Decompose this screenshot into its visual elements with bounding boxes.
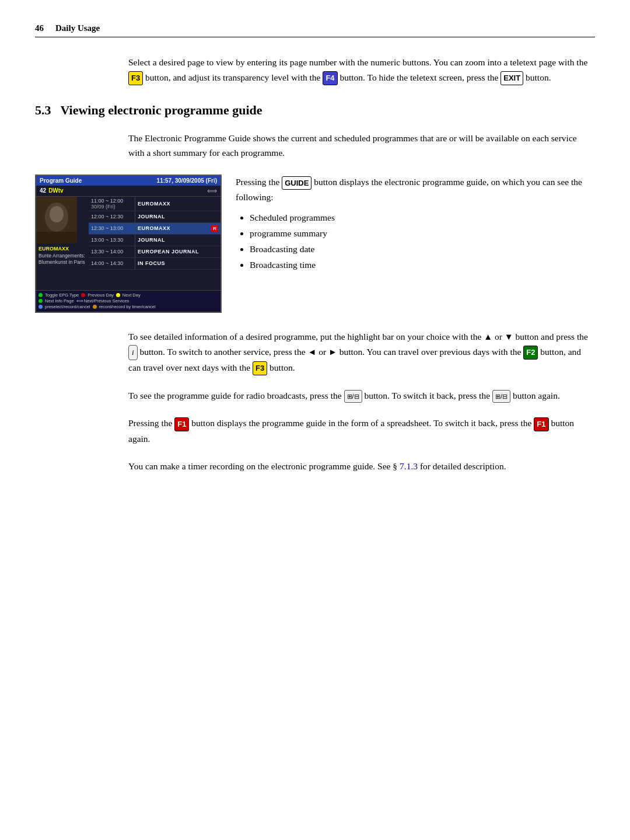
epg-rec-icon: R: [211, 225, 218, 232]
tv-radio-button-2: ⊞/⊟: [492, 390, 510, 403]
para1-text5: or: [316, 347, 328, 357]
bullet-item-3: Broadcasting date: [250, 242, 595, 256]
epg-screenshot: Program Guide 11:57, 30/09/2005 (Fri) 42…: [35, 175, 222, 313]
bullet-item-2: programme summary: [250, 226, 595, 240]
epg-title-right: 11:57, 30/09/2005 (Fri): [157, 177, 217, 184]
down-arrow: ▼: [505, 332, 513, 341]
epg-time: 13:00 ~ 13:30: [89, 235, 135, 246]
epg-footer-text-5: ⟺ Next/Previous Services: [76, 298, 130, 304]
epg-schedule-row: 13:30 ~ 14:00 EUROPEAN JOURNAL: [89, 246, 220, 258]
para1-text1: To see detailed information of a desired…: [128, 332, 484, 341]
epg-left-panel: EUROMAXX Bunte Arrangements:Blumenkunst …: [36, 197, 89, 290]
body-paragraph-4: You can make a timer recording on the el…: [128, 459, 595, 474]
left-arrow: ◄: [307, 347, 316, 357]
body-paragraph-2: To see the programme guide for radio bro…: [128, 388, 595, 403]
right-arrow: ►: [328, 347, 337, 357]
epg-footer-line-1: Toggle EPG Type Previous Day Next Day: [38, 292, 218, 298]
section-number: 5.3: [35, 103, 51, 117]
epg-prog-name: IN FOCUS: [138, 260, 165, 266]
intro-text-4: button.: [523, 72, 551, 82]
epg-right-paragraph: Pressing the GUIDE button displays the e…: [236, 175, 595, 205]
epg-intro-text: The Electronic Programme Guide shows the…: [128, 133, 577, 158]
epg-dot-green: [38, 293, 43, 297]
epg-schedule-row: 13:00 ~ 13:30 JOURNAL: [89, 235, 220, 246]
epg-schedule: 11:00 ~ 12:0030/09 (Fri) EUROMAXX 12:00 …: [89, 197, 220, 290]
epg-footer-text-7: record/record by timer/cancel: [99, 304, 156, 309]
epg-programme: EUROMAXX: [135, 197, 220, 211]
intro-text-1: Select a desired page to view by enterin…: [128, 57, 587, 67]
tv-radio-button-1: ⊞/⊟: [344, 390, 362, 403]
f1-key-2: F1: [534, 417, 548, 431]
para1-text8: button.: [267, 363, 295, 372]
para2-text1: To see the programme guide for radio bro…: [128, 391, 344, 400]
epg-footer-text-6: preselect/record/cancel: [45, 304, 90, 309]
para1-text3: button and press the: [513, 332, 588, 341]
epg-thumbnail: [36, 197, 77, 243]
epg-footer-text-1: Toggle EPG Type: [45, 292, 79, 298]
epg-footer-text-2: Previous Day: [88, 292, 114, 298]
chapter-title: Daily Usage: [55, 23, 100, 33]
epg-channel-num: 42: [40, 187, 46, 194]
epg-time: 12:30 ~ 13:00: [89, 223, 135, 234]
bullet-item-1: Scheduled programmes: [250, 211, 595, 224]
para4-text2: for detailed description.: [418, 461, 506, 471]
epg-time: 12:00 ~ 12:30: [89, 211, 135, 222]
up-arrow: ▲: [484, 332, 492, 341]
page-header: 46 Daily Usage: [35, 23, 595, 37]
info-button: i: [128, 345, 138, 360]
epg-thumbnail-svg: [36, 197, 77, 243]
para1-text6: button. You can travel over previous day…: [337, 347, 523, 357]
epg-title-bar: Program Guide 11:57, 30/09/2005 (Fri): [36, 176, 220, 186]
epg-channel-bar: 42 DWtv ⟺: [36, 186, 220, 197]
epg-programme: EUROMAXX R: [135, 223, 220, 234]
body-paragraph-1: To see detailed information of a desired…: [128, 329, 595, 375]
epg-dot-blue: [38, 305, 43, 309]
epg-channel-icon: ⟺: [207, 187, 217, 195]
f3-key: F3: [128, 71, 143, 85]
epg-footer: Toggle EPG Type Previous Day Next Day Ne…: [36, 290, 220, 312]
para3-text1: Pressing the: [128, 418, 174, 428]
epg-prog-name: EUROMAXX: [138, 201, 170, 207]
epg-time: 14:00 ~ 14:30: [89, 258, 135, 269]
body-paragraph-3: Pressing the F1 button displays the prog…: [128, 416, 595, 446]
section-title: Viewing electronic programme guide: [61, 103, 262, 117]
epg-programme: JOURNAL: [135, 235, 220, 246]
epg-footer-line-3: preselect/record/cancel record/record by…: [38, 304, 218, 309]
exit-key: EXIT: [501, 71, 523, 85]
f4-key: F4: [323, 71, 337, 85]
bullet-item-4: Broadcasting time: [250, 258, 595, 271]
epg-footer-text-3: Next Day: [123, 292, 141, 298]
epg-dot-green2: [38, 299, 43, 303]
para4-text1: You can make a timer recording on the el…: [128, 461, 400, 471]
para1-text2: or: [492, 332, 505, 341]
epg-time: 11:00 ~ 12:0030/09 (Fri): [89, 197, 135, 211]
epg-main-content: EUROMAXX Bunte Arrangements:Blumenkunst …: [36, 197, 220, 290]
epg-schedule-row-highlighted: 12:30 ~ 13:00 EUROMAXX R: [89, 223, 220, 235]
page-number: 46: [35, 23, 44, 33]
svg-rect-3: [36, 232, 77, 243]
epg-schedule-row: 14:00 ~ 14:30 IN FOCUS: [89, 258, 220, 270]
para1-text4: button. To switch to another service, pr…: [138, 347, 308, 357]
svg-point-2: [50, 206, 64, 222]
epg-programme: IN FOCUS: [135, 258, 220, 269]
epg-right-text: Pressing the GUIDE button displays the e…: [236, 175, 595, 274]
section-intro: The Electronic Programme Guide shows the…: [128, 131, 595, 161]
epg-prog-name: EUROMAXX: [138, 225, 170, 231]
section-heading: 5.3Viewing electronic programme guide: [35, 103, 595, 118]
para2-text3: button again.: [510, 391, 560, 400]
epg-info-name: EUROMAXX: [38, 246, 86, 252]
epg-programme: JOURNAL: [135, 211, 220, 222]
epg-prog-name: JOURNAL: [138, 214, 165, 219]
f3-key-2: F3: [253, 361, 267, 375]
para2-text2: button. To switch it back, press the: [362, 391, 492, 400]
epg-prog-name: EUROPEAN JOURNAL: [138, 249, 199, 255]
epg-channel-name: DWtv: [48, 187, 207, 194]
epg-schedule-row: 11:00 ~ 12:0030/09 (Fri) EUROMAXX: [89, 197, 220, 211]
press-text: Pressing the: [236, 177, 282, 187]
intro-text-3: button. To hide the teletext screen, pre…: [338, 72, 501, 82]
section-link[interactable]: 7.1.3: [400, 461, 418, 471]
intro-paragraph: Select a desired page to view by enterin…: [128, 55, 595, 85]
f1-key-1: F1: [174, 417, 189, 431]
epg-time: 13:30 ~ 14:00: [89, 246, 135, 257]
epg-bullets: Scheduled programmes programme summary B…: [250, 211, 595, 272]
